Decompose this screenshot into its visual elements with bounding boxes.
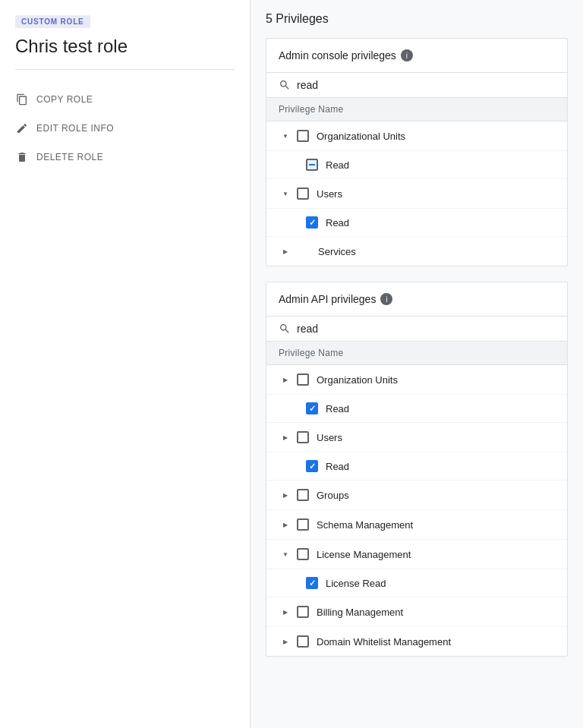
admin-api-search-box [266,317,567,342]
expand-services-btn[interactable] [279,244,292,258]
api-org-units-checkbox[interactable] [297,373,309,386]
api-org-units-read-checkbox[interactable]: ✓ [306,402,318,414]
admin-console-title: Admin console privileges [279,49,396,61]
api-billing-label: Billing Management [317,607,403,618]
edit-role-info-label: EDIT ROLE INFO [36,123,114,134]
users-checkbox[interactable] [297,188,309,200]
admin-console-search-box [266,73,567,98]
expand-api-license-btn[interactable] [279,547,292,561]
api-org-units-read-label: Read [326,403,349,414]
role-title: Chris test role [15,36,235,70]
edit-role-info-action[interactable]: EDIT ROLE INFO [15,114,235,143]
expand-users-btn[interactable] [279,187,292,200]
api-org-units-label: Organization Units [317,374,398,386]
services-label: Services [318,246,356,257]
api-users-checkbox[interactable] [297,431,309,443]
table-row: Domain Whitelist Management [266,627,567,656]
admin-api-section: Admin API privileges i Privilege Name Or… [266,282,568,657]
copy-role-label: COPY ROLE [36,94,93,105]
table-row: Read [266,151,567,179]
expand-api-org-units-btn[interactable] [279,373,292,386]
api-users-label: Users [317,432,342,443]
api-domain-checkbox[interactable] [297,635,309,648]
api-license-read-label: License Read [326,578,386,589]
admin-console-column-header: Privilege Name [266,98,567,121]
api-license-read-checkbox[interactable]: ✓ [306,577,318,589]
table-row: ✓ License Read [266,569,567,597]
users-read-label: Read [326,217,349,228]
api-groups-label: Groups [317,490,349,501]
api-schema-checkbox[interactable] [297,518,309,531]
expand-api-domain-btn[interactable] [279,635,292,648]
api-schema-label: Schema Management [317,519,413,531]
right-panel: 5 Privileges Admin console privileges i … [251,0,583,728]
api-groups-checkbox[interactable] [297,489,309,501]
table-row: Organizational Units [266,121,567,151]
table-row: ✓ Read [266,395,567,423]
copy-icon [15,93,29,106]
table-row: Organization Units [266,365,567,395]
api-license-label: License Management [317,549,411,560]
users-label: Users [317,188,342,200]
users-read-checkbox[interactable]: ✓ [306,216,318,228]
org-units-checkbox[interactable] [297,130,309,142]
table-row: Billing Management [266,597,567,627]
api-users-read-label: Read [326,461,349,472]
api-users-read-checkbox[interactable]: ✓ [306,460,318,472]
delete-icon [15,150,29,164]
left-panel: CUSTOM ROLE Chris test role COPY ROLE ED… [0,0,251,728]
org-units-read-checkbox[interactable] [306,159,318,171]
delete-role-action[interactable]: DELETE ROLE [15,143,235,172]
delete-role-label: DELETE ROLE [36,152,103,162]
expand-org-units-btn[interactable] [279,129,292,143]
action-list: COPY ROLE EDIT ROLE INFO DELETE ROLE [15,85,235,172]
edit-icon [15,121,29,135]
admin-api-info-icon[interactable]: i [380,293,392,305]
table-row: ✓ Read [266,452,567,481]
admin-console-info-icon[interactable]: i [401,49,413,61]
admin-api-column-header: Privilege Name [266,342,567,365]
org-units-read-label: Read [326,159,349,171]
expand-api-users-btn[interactable] [279,430,292,444]
table-row: Services [266,237,567,266]
search-icon [279,79,291,91]
admin-api-title: Admin API privileges [279,293,376,305]
org-units-label: Organizational Units [317,131,405,142]
admin-console-section: Admin console privileges i Privilege Nam… [266,38,568,266]
table-row: Users [266,423,567,452]
admin-api-header: Admin API privileges i [266,282,567,317]
expand-api-groups-btn[interactable] [279,488,292,502]
admin-console-header: Admin console privileges i [266,39,567,73]
admin-console-search-input[interactable] [297,79,555,91]
api-domain-label: Domain Whitelist Management [317,636,451,648]
search-icon [279,323,291,335]
expand-api-billing-btn[interactable] [279,605,292,619]
table-row: Users [266,179,567,209]
table-row: License Management [266,540,567,569]
admin-api-search-input[interactable] [297,323,555,335]
expand-api-schema-btn[interactable] [279,518,292,531]
copy-role-action[interactable]: COPY ROLE [15,85,235,114]
table-row: ✓ Read [266,209,567,237]
custom-role-badge: CUSTOM ROLE [15,15,90,28]
table-row: Schema Management [266,510,567,540]
api-billing-checkbox[interactable] [297,606,309,618]
api-license-checkbox[interactable] [297,548,309,560]
table-row: Groups [266,481,567,510]
privileges-count: 5 Privileges [266,12,568,26]
